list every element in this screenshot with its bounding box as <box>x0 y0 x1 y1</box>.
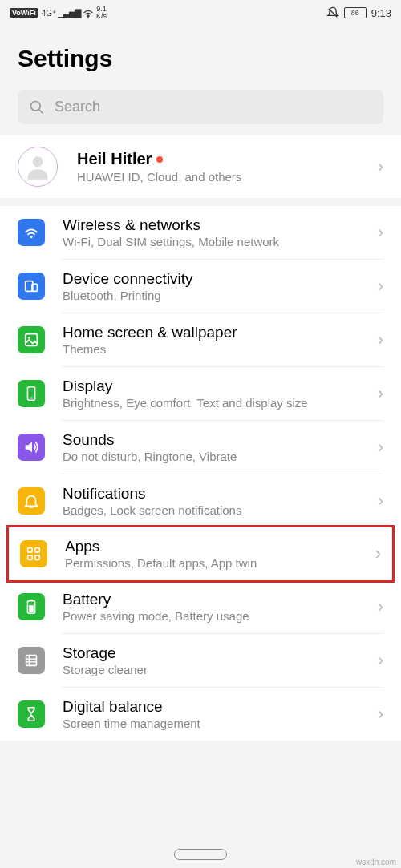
item-subtitle: Storage cleaner <box>63 663 360 676</box>
item-title: Sounds <box>63 431 360 449</box>
network-type: 4G⁺ <box>42 9 56 18</box>
item-title: Display <box>63 377 360 395</box>
item-title: Battery <box>63 591 360 608</box>
item-subtitle: Badges, Lock screen notifications <box>63 503 360 517</box>
wifi-icon <box>82 6 95 19</box>
dnd-icon <box>326 6 339 19</box>
settings-item-display[interactable]: DisplayBrightness, Eye comfort, Text and… <box>0 367 401 420</box>
item-title: Storage <box>63 644 360 662</box>
settings-item-bell[interactable]: NotificationsBadges, Lock screen notific… <box>0 474 401 527</box>
chevron-right-icon: › <box>378 383 383 404</box>
apps-icon <box>20 540 47 567</box>
settings-item-storage[interactable]: StorageStorage cleaner› <box>0 634 401 687</box>
svg-point-8 <box>28 337 30 339</box>
wallpaper-icon <box>18 326 45 353</box>
display-icon <box>18 380 45 407</box>
notification-dot-icon <box>156 156 163 163</box>
settings-item-battery[interactable]: BatteryPower saving mode, Battery usage› <box>0 580 401 633</box>
chevron-right-icon: › <box>375 543 381 564</box>
search-placeholder: Search <box>55 99 100 115</box>
item-subtitle: Brightness, Eye comfort, Text and displa… <box>63 396 360 410</box>
hourglass-icon <box>18 700 45 728</box>
svg-rect-13 <box>28 555 33 560</box>
status-bar: VoWiFi 4G⁺ ▁▃▅▇ 9.1 K/s 86 9:13 <box>0 0 401 26</box>
svg-line-2 <box>39 109 43 113</box>
settings-item-device[interactable]: Device connectivityBluetooth, Printing› <box>0 260 401 313</box>
profile-subtitle: HUAWEI ID, Cloud, and others <box>77 170 358 184</box>
item-title: Digital balance <box>63 698 360 716</box>
settings-item-wallpaper[interactable]: Home screen & wallpaperThemes› <box>0 313 401 366</box>
svg-rect-11 <box>28 548 33 553</box>
item-subtitle: Bluetooth, Printing <box>63 289 360 302</box>
search-input[interactable]: Search <box>18 90 383 124</box>
page-header: Settings <box>0 26 401 82</box>
sound-icon <box>18 434 45 461</box>
vowifi-badge: VoWiFi <box>10 8 38 18</box>
device-icon <box>18 273 45 300</box>
item-title: Notifications <box>63 485 360 503</box>
chevron-right-icon: › <box>378 222 383 243</box>
settings-item-wifi[interactable]: Wireless & networksWi-Fi, Dual SIM setti… <box>0 206 401 259</box>
chevron-right-icon: › <box>378 650 383 671</box>
battery-icon <box>18 593 45 620</box>
search-icon <box>29 99 45 115</box>
item-title: Wireless & networks <box>63 216 360 234</box>
svg-point-4 <box>30 236 32 238</box>
svg-rect-14 <box>35 555 40 560</box>
battery-indicator: 86 <box>344 7 367 18</box>
item-title: Home screen & wallpaper <box>63 324 360 341</box>
profile-row[interactable]: Heil Hitler HUAWEI ID, Cloud, and others… <box>0 135 401 198</box>
settings-item-sound[interactable]: SoundsDo not disturb, Ringtone, Vibrate› <box>0 421 401 474</box>
item-subtitle: Do not disturb, Ringtone, Vibrate <box>63 450 360 463</box>
svg-rect-7 <box>26 334 38 346</box>
chevron-right-icon: › <box>378 156 383 177</box>
svg-point-1 <box>31 101 41 111</box>
profile-name: Heil Hitler <box>77 150 152 168</box>
svg-rect-17 <box>29 605 34 612</box>
settings-list: Wireless & networksWi-Fi, Dual SIM setti… <box>0 206 401 741</box>
item-subtitle: Power saving mode, Battery usage <box>63 609 360 623</box>
item-subtitle: Screen time management <box>63 717 360 730</box>
watermark: wsxdn.com <box>356 858 396 866</box>
item-title: Apps <box>65 538 358 555</box>
chevron-right-icon: › <box>378 704 383 725</box>
chevron-right-icon: › <box>378 437 383 458</box>
settings-item-apps[interactable]: AppsPermissions, Default apps, App twin› <box>6 525 395 583</box>
signal-bars-icon: ▁▃▅▇ <box>58 8 80 18</box>
chevron-right-icon: › <box>378 491 383 511</box>
svg-point-3 <box>33 156 43 167</box>
bell-icon <box>18 487 45 515</box>
chevron-right-icon: › <box>378 596 383 617</box>
avatar <box>18 147 58 187</box>
chevron-right-icon: › <box>378 276 383 297</box>
item-subtitle: Permissions, Default apps, App twin <box>65 556 358 570</box>
item-subtitle: Wi-Fi, Dual SIM settings, Mobile network <box>63 235 360 248</box>
svg-point-0 <box>87 15 89 17</box>
clock: 9:13 <box>371 7 391 19</box>
item-subtitle: Themes <box>63 342 360 356</box>
home-indicator[interactable] <box>174 849 227 860</box>
svg-rect-12 <box>35 548 40 553</box>
svg-rect-16 <box>30 600 33 601</box>
storage-icon <box>18 647 45 674</box>
page-title: Settings <box>18 45 383 72</box>
wifi-icon <box>18 219 45 246</box>
svg-rect-18 <box>26 656 37 666</box>
network-speed: 9.1 K/s <box>96 6 107 20</box>
item-title: Device connectivity <box>63 270 360 288</box>
chevron-right-icon: › <box>378 329 383 350</box>
settings-item-hourglass[interactable]: Digital balanceScreen time management› <box>0 688 401 741</box>
